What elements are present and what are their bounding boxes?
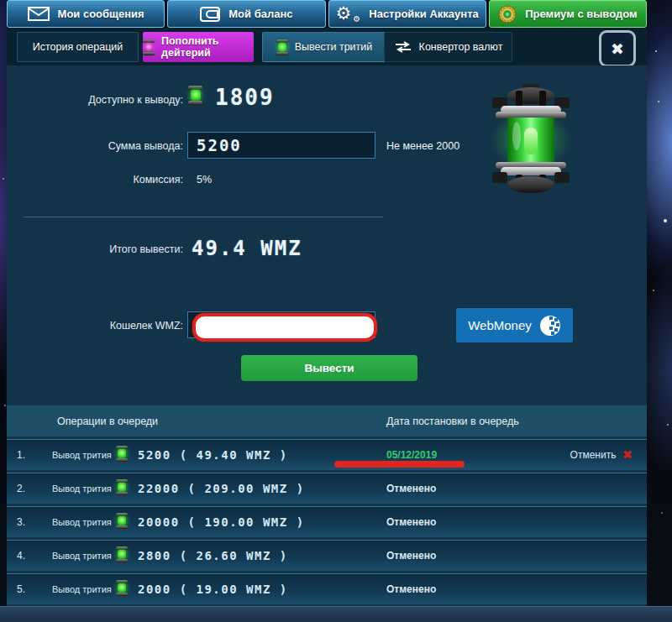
deuterium-canister-icon bbox=[143, 39, 155, 55]
envelope-icon bbox=[28, 7, 50, 21]
wallet-icon bbox=[200, 7, 220, 22]
row-status: Отменено bbox=[386, 574, 436, 604]
row-operation-label: Вывод трития bbox=[52, 507, 112, 537]
row-operation-label: Вывод трития bbox=[52, 440, 112, 470]
row-amount: 2000 ( 19.00 WMZ ) bbox=[138, 574, 288, 604]
sub-tab-bar: История операций Пополнить дейтерий Выве… bbox=[7, 28, 647, 65]
stars-decoration bbox=[0, 0, 2, 2]
withdraw-button[interactable]: Вывести bbox=[241, 355, 417, 381]
row-status: Отменено bbox=[386, 507, 436, 537]
row-number: 1. bbox=[17, 440, 25, 470]
row-number: 3. bbox=[17, 507, 25, 537]
app-screen: Мои сообщения Мой баланс ⚙⚙ Настройки Ак… bbox=[0, 0, 672, 622]
close-icon: ✖ bbox=[611, 39, 624, 58]
tritium-icon bbox=[116, 513, 128, 529]
table-row: 5. Вывод трития 2000 ( 19.00 WMZ ) Отмен… bbox=[7, 573, 647, 604]
premium-withdraw-panel: Мои сообщения Мой баланс ⚙⚙ Настройки Ак… bbox=[7, 0, 647, 606]
available-label: Доступно к выводу: bbox=[57, 94, 183, 106]
queue-rows: 1. Вывод трития 5200 ( 49.40 WMZ ) 05/12… bbox=[7, 439, 647, 604]
webmoney-logo-icon bbox=[539, 315, 561, 337]
cancel-label: Отменить bbox=[570, 449, 617, 461]
red-underline-annotation bbox=[334, 461, 465, 468]
row-operation-label: Вывод трития bbox=[52, 574, 112, 604]
total-value: 49.4 WMZ bbox=[192, 237, 302, 260]
redaction-overlay bbox=[192, 313, 377, 342]
queue-table-header: Операции в очереди Дата постановки в оче… bbox=[7, 405, 647, 436]
tab-label: Вывести тритий bbox=[295, 41, 373, 53]
cancel-button[interactable]: Отменить ✖ bbox=[570, 440, 633, 470]
row-number: 5. bbox=[17, 574, 25, 604]
tritium-canister-image bbox=[480, 82, 581, 198]
tab-account-settings[interactable]: ⚙⚙ Настройки Аккаунта bbox=[328, 0, 486, 28]
table-row: 4. Вывод трития 2800 ( 26.60 WMZ ) Отмен… bbox=[7, 540, 647, 571]
top-tab-bar: Мои сообщения Мой баланс ⚙⚙ Настройки Ак… bbox=[7, 0, 647, 28]
tab-label: Премиум с выводом bbox=[525, 8, 637, 20]
gear-small-icon: ⚙ bbox=[353, 15, 360, 24]
commission-value: 5% bbox=[197, 174, 212, 186]
tab-label: История операций bbox=[33, 41, 123, 53]
total-label: Итого вывести: bbox=[57, 243, 183, 255]
tab-messages[interactable]: Мои сообщения bbox=[7, 0, 165, 28]
close-button[interactable]: ✖ bbox=[599, 30, 636, 67]
tritium-icon bbox=[116, 479, 128, 495]
row-number: 4. bbox=[17, 541, 25, 571]
tab-balance[interactable]: Мой баланс bbox=[167, 0, 325, 28]
amount-hint: Не менее 2000 bbox=[386, 140, 459, 152]
column-operations: Операции в очереди bbox=[57, 405, 158, 436]
row-amount: 20000 ( 190.00 WMZ ) bbox=[138, 507, 305, 537]
tab-label: Конвертор валют bbox=[419, 41, 503, 53]
amount-label: Сумма вывода: bbox=[57, 140, 183, 152]
tab-topup-deuterium[interactable]: Пополнить дейтерий bbox=[143, 32, 254, 62]
gear-icon: ⚙ bbox=[335, 5, 351, 23]
tab-label: Мои сообщения bbox=[58, 8, 144, 20]
row-number: 2. bbox=[17, 473, 25, 504]
tritium-icon bbox=[116, 580, 128, 596]
tab-label: Мой баланс bbox=[228, 8, 292, 20]
tab-operations-history[interactable]: История операций bbox=[17, 32, 139, 62]
table-row: 1. Вывод трития 5200 ( 49.40 WMZ ) 05/12… bbox=[7, 439, 647, 470]
wallet-label: Кошелек WMZ: bbox=[57, 320, 183, 332]
amount-field-wrap bbox=[187, 132, 375, 159]
row-status: Отменено bbox=[386, 541, 436, 571]
webmoney-button[interactable]: WebMoney bbox=[456, 308, 573, 342]
tritium-icon bbox=[116, 446, 128, 462]
available-value: 1809 bbox=[215, 85, 275, 110]
tritium-canister-icon bbox=[276, 39, 288, 55]
tab-label: Пополнить дейтерий bbox=[161, 35, 254, 59]
cancel-x-icon: ✖ bbox=[622, 447, 633, 463]
tab-premium-withdraw[interactable]: Премиум с выводом bbox=[489, 0, 647, 28]
table-row: 3. Вывод трития 20000 ( 190.00 WMZ ) Отм… bbox=[7, 506, 647, 537]
tab-currency-converter[interactable]: Конвертор валют bbox=[384, 32, 512, 62]
row-operation-label: Вывод трития bbox=[52, 541, 112, 571]
row-status: Отменено bbox=[386, 473, 436, 504]
row-amount: 2800 ( 26.60 WMZ ) bbox=[138, 541, 288, 571]
table-row: 2. Вывод трития 22000 ( 209.00 WMZ ) Отм… bbox=[7, 473, 647, 504]
medal-icon bbox=[498, 5, 517, 24]
tritium-icon bbox=[116, 546, 128, 562]
bottom-bar bbox=[0, 606, 672, 622]
row-amount: 22000 ( 209.00 WMZ ) bbox=[138, 473, 305, 504]
row-operation-label: Вывод трития bbox=[52, 473, 112, 504]
divider bbox=[24, 217, 383, 217]
column-date: Дата постановки в очередь bbox=[386, 405, 519, 436]
commission-label: Комиссия: bbox=[57, 174, 183, 186]
tab-withdraw-tritium[interactable]: Вывести тритий bbox=[262, 32, 386, 62]
amount-input[interactable] bbox=[188, 133, 375, 158]
webmoney-label: WebMoney bbox=[468, 318, 532, 332]
tritium-icon bbox=[188, 86, 202, 105]
row-amount: 5200 ( 49.40 WMZ ) bbox=[138, 440, 288, 470]
tab-label: Настройки Аккаунта bbox=[369, 8, 479, 20]
swap-icon bbox=[394, 41, 412, 53]
